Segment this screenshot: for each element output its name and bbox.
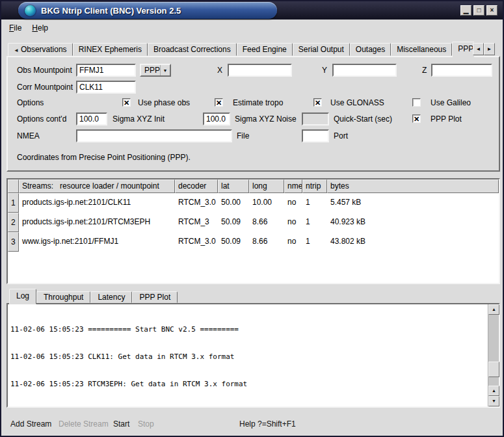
log-line: 11-02-06 15:05:23 CLK11: Get data in RTC… — [10, 352, 486, 362]
cell-ntrip: 1 — [302, 213, 327, 232]
nmea-file-input[interactable] — [76, 129, 232, 142]
cell-mountpoint: www.igs-ip.net:2101/FFMJ1 — [19, 232, 175, 252]
header-bytes[interactable]: bytes — [327, 179, 499, 193]
ppp-plot-label: PPP Plot — [431, 113, 462, 126]
use-phase-obs-checkbox[interactable]: ✕ — [122, 98, 131, 107]
tab-label: PPP (1) — [458, 44, 474, 53]
tab-observations[interactable]: ◄Observations — [8, 43, 73, 56]
cell-nmea: no — [284, 193, 302, 213]
log-scrollbar[interactable]: ▲ ▲ ▼ — [488, 304, 499, 406]
cell-bytes: 5.457 kB — [327, 193, 499, 213]
tab-serial-output[interactable]: Serial Output — [293, 43, 350, 56]
tab-throughput[interactable]: Throughput — [36, 291, 90, 303]
header-ntrip[interactable]: ntrip — [302, 179, 327, 193]
use-glonass-checkbox[interactable]: ✕ — [313, 98, 322, 107]
cell-ntrip: 1 — [302, 193, 327, 213]
y-label: Y — [322, 64, 327, 77]
y-input[interactable] — [332, 64, 397, 77]
z-input[interactable] — [431, 64, 492, 77]
close-button[interactable]: × — [486, 5, 497, 16]
ppp-panel: Obs Mountpoint PPP ▼ X Y Z Corr Mountpoi… — [7, 56, 500, 172]
stream-row[interactable]: 2 products.igs-ip.net:2101/RTCM3EPH RTCM… — [8, 213, 499, 232]
start-button[interactable]: Start — [113, 417, 129, 430]
cell-lat: 50.09 — [218, 232, 249, 252]
streams-table: Streams: resource loader / mountpoint de… — [7, 178, 500, 284]
stop-button[interactable]: Stop — [138, 417, 154, 430]
quick-start-input[interactable] — [302, 113, 329, 126]
obs-mountpoint-input[interactable] — [76, 64, 136, 77]
tab-label: Serial Output — [298, 45, 344, 54]
menu-file[interactable]: File — [4, 21, 27, 34]
menu-help[interactable]: Help — [27, 21, 53, 34]
header-mountpoint[interactable]: Streams: resource loader / mountpoint — [19, 179, 175, 193]
scrollbar-thumb[interactable] — [488, 362, 499, 377]
quick-start-label: Quick-Start (sec) — [334, 113, 392, 126]
use-phase-obs-label: Use phase obs — [138, 96, 190, 109]
cell-decoder: RTCM_3.0 — [175, 193, 218, 213]
sigma-xyz-noise-label: Sigma XYZ Noise — [235, 113, 297, 126]
cell-bytes: 43.802 kB — [327, 232, 499, 252]
menubar: File Help — [1, 20, 503, 36]
cell-mountpoint: products.igs-ip.net:2101/RTCM3EPH — [19, 213, 175, 232]
sigma-xyz-noise-input[interactable] — [203, 113, 230, 126]
file-label: File — [237, 129, 249, 142]
tab-latency[interactable]: Latency — [90, 291, 132, 303]
tab-broadcast-corrections[interactable]: Broadcast Corrections — [148, 43, 237, 56]
help-shortcut-label: Help ?=Shift+F1 — [239, 417, 296, 430]
tab-feed-engine[interactable]: Feed Engine — [237, 43, 293, 56]
options-label: Options — [17, 96, 44, 109]
use-galileo-checkbox[interactable] — [412, 98, 421, 107]
combo-arrow-icon: ▼ — [160, 65, 170, 75]
cell-bytes: 40.923 kB — [327, 213, 499, 232]
tab-scroll-right-icon[interactable]: ► — [484, 43, 495, 55]
tab-outages[interactable]: Outages — [350, 43, 391, 56]
tab-rinex-ephemeris[interactable]: RINEX Ephemeris — [73, 43, 148, 56]
sigma-xyz-init-label: Sigma XYZ Init — [113, 113, 165, 126]
minimize-button[interactable]: ▁ — [460, 5, 471, 16]
tab-ppp[interactable]: PPP (1) — [452, 42, 474, 57]
ppp-plot-checkbox[interactable]: ✕ — [412, 114, 421, 123]
header-lat[interactable]: lat — [218, 179, 249, 193]
x-input[interactable] — [228, 64, 292, 77]
titlebar[interactable]: BKG Ntrip Client (BNC) Version 2.5 ▁ □ × — [1, 1, 503, 20]
sigma-xyz-init-input[interactable] — [76, 113, 107, 126]
tab-label: Miscellaneous — [397, 45, 446, 54]
tab-ppp-plot[interactable]: PPP Plot — [132, 291, 178, 303]
ppp-mode-select[interactable]: PPP ▼ — [140, 64, 171, 77]
corr-mountpoint-input[interactable] — [76, 81, 136, 94]
scroll-up-icon[interactable]: ▲ — [488, 304, 499, 315]
tab-scroll-left-icon[interactable]: ◄ — [473, 43, 484, 55]
tab-label: Feed Engine — [243, 45, 287, 54]
row-number: 1 — [8, 193, 19, 213]
cell-decoder: RTCM_3 — [175, 213, 218, 232]
estimate-tropo-label: Estimate tropo — [233, 96, 283, 109]
nmea-port-input[interactable] — [302, 129, 329, 142]
main-content: ◄Observations RINEX Ephemeris Broadcast … — [1, 36, 503, 436]
ppp-mode-value: PPP — [141, 66, 160, 75]
tab-overflow-left-icon: ◄ — [14, 47, 19, 53]
cell-nmea: no — [284, 213, 302, 232]
tab-log[interactable]: Log — [9, 289, 36, 304]
tab-miscellaneous[interactable]: Miscellaneous — [391, 43, 452, 56]
scroll-down-icon[interactable]: ▼ — [488, 396, 499, 406]
header-long[interactable]: long — [249, 179, 284, 193]
maximize-button[interactable]: □ — [473, 5, 484, 16]
nmea-label: NMEA — [17, 129, 40, 142]
header-nmea[interactable]: nmea — [284, 179, 302, 193]
stream-row[interactable]: 1 products.igs-ip.net:2101/CLK11 RTCM_3.… — [8, 193, 499, 213]
delete-stream-button[interactable]: Delete Stream — [59, 417, 109, 430]
title-tablet: BKG Ntrip Client (BNC) Version 2.5 — [18, 2, 277, 19]
log-lines: 11-02-06 15:05:23 ========== Start BNC v… — [10, 307, 486, 405]
header-decoder[interactable]: decoder — [175, 179, 218, 193]
add-stream-button[interactable]: Add Stream — [10, 417, 51, 430]
log-view[interactable]: 11-02-06 15:05:23 ========== Start BNC v… — [7, 303, 500, 408]
action-bar: Add Stream Delete Stream Start Stop Help… — [10, 417, 494, 430]
header-corner-cell — [8, 179, 19, 193]
cell-mountpoint: products.igs-ip.net:2101/CLK11 — [19, 193, 175, 213]
cell-decoder: RTCM_3.0 — [175, 232, 218, 252]
stream-row[interactable]: 3 www.igs-ip.net:2101/FFMJ1 RTCM_3.0 50.… — [8, 232, 499, 252]
estimate-tropo-checkbox[interactable]: ✕ — [215, 98, 223, 107]
row-number: 3 — [8, 232, 19, 252]
corr-mountpoint-label: Corr Mountpoint — [17, 81, 73, 94]
scroll-up-icon[interactable]: ▲ — [488, 386, 499, 396]
